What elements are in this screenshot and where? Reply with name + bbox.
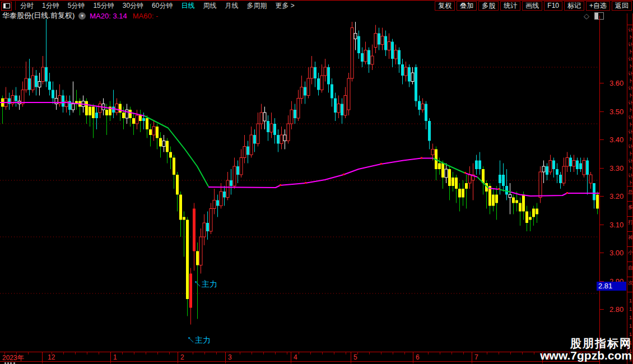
period-tab[interactable]: 多周期 (246, 1, 267, 11)
candle-body (455, 178, 458, 189)
candle-body (31, 76, 34, 90)
period-tab[interactable]: 15分钟 (93, 1, 114, 11)
strip-char: 卜 (627, 122, 633, 128)
candle-body (25, 78, 27, 90)
week-tick (122, 352, 123, 354)
strip-char: 卜 (627, 49, 633, 55)
week-tick (381, 352, 381, 354)
period-tab[interactable]: 30分钟 (123, 1, 143, 11)
candle-body (384, 36, 387, 50)
week-tick (169, 352, 170, 354)
candle-body (253, 135, 256, 144)
date-axis-label: 4 (294, 353, 297, 361)
week-tick (157, 352, 158, 354)
candle-body (152, 127, 155, 135)
candle-body (367, 50, 370, 65)
price-axis-line (599, 16, 600, 364)
watermark-url: www.7gpzb.com (540, 349, 632, 362)
minimized-quote-strip[interactable]: 讣卜讣卜讣卜讣卜讣卜讣卜讣卜讣卜讣卜讣卜讣卜总多打神小自次11111111 (627, 13, 633, 364)
candle-body (317, 78, 320, 90)
ma-dot (280, 184, 281, 186)
candle-body (179, 195, 182, 220)
candle-body (583, 161, 585, 175)
period-tab[interactable]: 5分钟 (68, 1, 85, 11)
candle-body (458, 189, 461, 198)
tool-button[interactable]: 复权 (435, 1, 455, 11)
strip-char: 讣 (627, 144, 633, 150)
tool-button[interactable]: F10 (544, 1, 562, 11)
week-tick (534, 352, 534, 354)
candle-body (536, 209, 538, 214)
candle-body (223, 192, 226, 198)
period-toolbar: 分时1分钟5分钟15分钟30分钟60分钟日线周线月线多周期更多 > 复权叠加多股… (0, 0, 633, 11)
week-tick (334, 352, 334, 354)
week-tick (487, 352, 487, 354)
candle-body (478, 161, 481, 170)
candle-body (260, 113, 263, 124)
strip-char: 讣 (627, 129, 633, 135)
tool-button[interactable]: 叠加 (457, 1, 477, 11)
tool-button[interactable]: 返回 (612, 1, 632, 11)
layout-panel-icon[interactable] (1, 2, 12, 11)
candle-body (593, 183, 595, 200)
week-tick (510, 352, 511, 354)
candle-body (203, 223, 206, 237)
period-tab[interactable]: 日线 (181, 1, 194, 11)
tool-button[interactable]: 标记 (564, 1, 584, 11)
strip-char: 神 (627, 235, 633, 240)
strip-divider (627, 246, 633, 247)
candle-body (525, 212, 528, 223)
week-tick (428, 352, 429, 354)
candle-body (445, 169, 448, 178)
candle-body (381, 36, 384, 45)
candle-body (173, 158, 175, 175)
candle-body (183, 217, 185, 220)
candle-body (129, 110, 132, 118)
candle-body (331, 85, 333, 99)
date-axis: 2023年1212345678 (0, 352, 600, 362)
ma-dot (498, 188, 500, 190)
tool-button[interactable]: 画线 (522, 1, 542, 11)
week-tick (146, 352, 146, 354)
strip-char: 卜 (627, 166, 633, 171)
tool-buttons: 复权叠加多股统计画线F10标记+自选返回 (435, 1, 632, 11)
candle-body (505, 186, 508, 195)
ma-dot (464, 172, 466, 174)
period-tab[interactable]: 更多 > (275, 1, 294, 11)
candlestick-series (1, 19, 599, 325)
period-tab[interactable]: 1分钟 (42, 1, 59, 11)
candle-body (240, 158, 243, 175)
clipped-tick (225, 362, 226, 363)
candle-body (411, 73, 414, 82)
candle-body (320, 76, 323, 90)
candlestick-chart[interactable]: ↖主力↖主力 (0, 16, 599, 352)
main-force-label: ↖主力 (187, 335, 211, 344)
clipped-tick (291, 362, 291, 363)
last-price-badge: 2.81 (597, 282, 626, 291)
candle-body (519, 203, 522, 212)
tool-button[interactable]: 统计 (500, 1, 520, 11)
tool-button[interactable]: 多股 (478, 1, 499, 11)
candle-body (539, 172, 542, 198)
toolbar-separator (15, 1, 16, 10)
candle-body (38, 82, 41, 87)
period-tab[interactable]: 60分钟 (152, 1, 173, 11)
ma-dot (421, 157, 422, 159)
candle-body (48, 82, 51, 90)
period-tab[interactable]: 月线 (225, 1, 238, 11)
candle-body (549, 161, 552, 172)
tool-button[interactable]: +自选 (586, 1, 610, 11)
week-tick (404, 352, 405, 354)
strip-char: 卜 (627, 137, 633, 142)
candle-body (52, 90, 54, 99)
period-tab[interactable]: 周线 (203, 1, 216, 11)
candle-body (415, 67, 417, 101)
candle-body (304, 87, 306, 96)
ma-dot (566, 192, 568, 194)
candle-body (112, 107, 115, 113)
date-axis-label: 12 (48, 353, 55, 361)
candle-body (62, 96, 64, 107)
candle-body (351, 28, 353, 79)
period-tab[interactable]: 分时 (20, 1, 34, 11)
candle-body (105, 110, 108, 115)
